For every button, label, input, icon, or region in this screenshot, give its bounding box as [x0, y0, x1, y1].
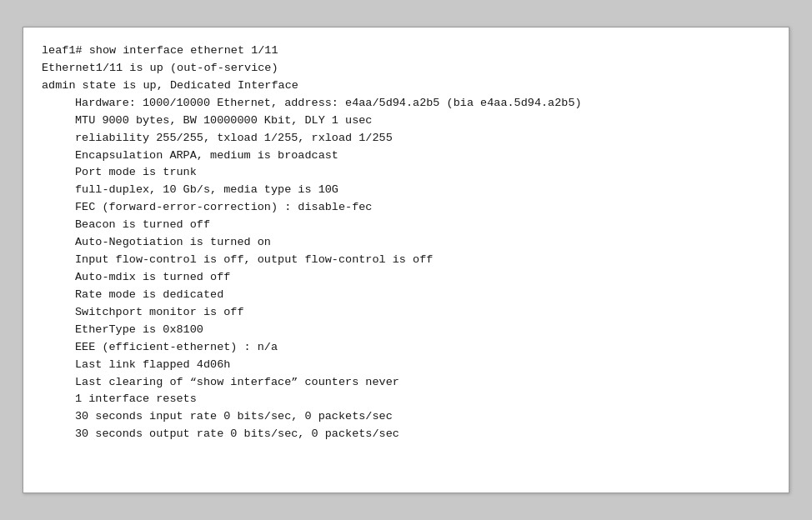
terminal-line: Encapsulation ARPA, medium is broadcast [42, 148, 770, 165]
terminal-line: Rate mode is dedicated [42, 287, 770, 304]
terminal-line: 30 seconds output rate 0 bits/sec, 0 pac… [42, 426, 770, 443]
terminal-line: Beacon is turned off [42, 217, 770, 234]
terminal-line: Ethernet1/11 is up (out-of-service) [42, 60, 770, 78]
terminal-window: leaf1# show interface ethernet 1/11Ether… [23, 27, 789, 493]
terminal-line: Hardware: 1000/10000 Ethernet, address: … [42, 95, 770, 112]
terminal-line: Last link flapped 4d06h [42, 357, 770, 374]
terminal-line: FEC (forward-error-correction) : disable… [42, 199, 770, 217]
terminal-line: Last clearing of “show interface” counte… [42, 374, 770, 392]
terminal-line: Auto-Negotiation is turned on [42, 234, 770, 252]
terminal-line: MTU 9000 bytes, BW 10000000 Kbit, DLY 1 … [42, 112, 770, 130]
terminal-line: EtherType is 0x8100 [42, 322, 770, 339]
terminal-output: leaf1# show interface ethernet 1/11Ether… [42, 42, 770, 443]
terminal-line: admin state is up, Dedicated Interface [42, 78, 770, 95]
terminal-line: Port mode is trunk [42, 164, 770, 182]
terminal-line: 30 seconds input rate 0 bits/sec, 0 pack… [42, 408, 770, 426]
terminal-line: Input flow-control is off, output flow-c… [42, 252, 770, 269]
terminal-line: EEE (efficient-ethernet) : n/a [42, 339, 770, 357]
terminal-line: full-duplex, 10 Gb/s, media type is 10G [42, 182, 770, 199]
terminal-line: 1 interface resets [42, 391, 770, 408]
terminal-line: leaf1# show interface ethernet 1/11 [42, 42, 770, 60]
terminal-line: reliability 255/255, txload 1/255, rxloa… [42, 130, 770, 148]
terminal-line: Auto-mdix is turned off [42, 269, 770, 287]
terminal-line: Switchport monitor is off [42, 304, 770, 322]
